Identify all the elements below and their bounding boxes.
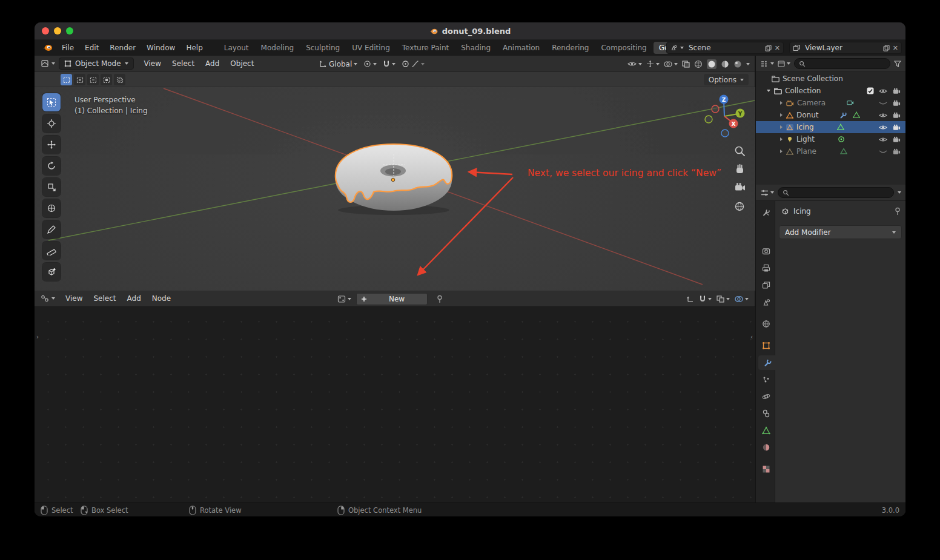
proportional-editing-icon[interactable] bbox=[402, 60, 425, 68]
output-tab[interactable] bbox=[758, 261, 774, 275]
outliner-row-plane[interactable]: Plane bbox=[756, 145, 905, 157]
object-data-tab[interactable] bbox=[758, 423, 774, 438]
unlink-scene-icon[interactable]: ✕ bbox=[775, 45, 780, 51]
select-box-tool[interactable] bbox=[42, 93, 61, 111]
parent-snap-icon[interactable] bbox=[686, 295, 694, 303]
new-view-layer-icon[interactable] bbox=[883, 45, 890, 51]
navigation-gizmo[interactable]: Z Y X bbox=[705, 95, 745, 137]
view-layer-name[interactable]: ViewLayer bbox=[803, 44, 880, 52]
collection-disclosure-icon[interactable] bbox=[767, 90, 770, 92]
icing-mesh-data-icon[interactable] bbox=[837, 124, 844, 130]
show-object-types-dropdown[interactable] bbox=[627, 61, 642, 67]
pan-hand-gizmo[interactable] bbox=[736, 165, 743, 173]
light-label[interactable]: Light bbox=[796, 135, 815, 143]
move-tool[interactable] bbox=[42, 136, 61, 154]
node-tree-browse-button[interactable] bbox=[337, 295, 351, 303]
add-cube-tool[interactable] bbox=[42, 263, 61, 281]
constraints-tab[interactable] bbox=[758, 406, 774, 421]
workspace-tab-compositing[interactable]: Compositing bbox=[595, 42, 652, 54]
scene-selector[interactable]: Scene ✕ bbox=[666, 42, 784, 54]
node-snapping-magnet-icon[interactable] bbox=[699, 295, 712, 303]
collection-render-camera-icon[interactable] bbox=[893, 88, 901, 94]
workspace-tab-uv-editing[interactable]: UV Editing bbox=[346, 42, 396, 54]
plane-render-camera-icon[interactable] bbox=[893, 148, 901, 155]
pivot-point-dropdown[interactable] bbox=[363, 60, 377, 68]
cursor-tool[interactable] bbox=[42, 114, 61, 133]
view-layer-tab[interactable] bbox=[758, 278, 774, 292]
donut-hide-eye-icon[interactable] bbox=[879, 112, 887, 119]
outliner-search-input[interactable] bbox=[794, 58, 890, 69]
texture-tab[interactable] bbox=[758, 462, 774, 476]
scene-name[interactable]: Scene bbox=[687, 44, 762, 52]
blender-logo-icon[interactable] bbox=[42, 44, 53, 52]
scene-tab[interactable] bbox=[758, 295, 774, 309]
annotate-tool[interactable] bbox=[42, 220, 61, 239]
mode-dropdown[interactable]: Object Mode bbox=[59, 58, 134, 70]
modifier-tab[interactable] bbox=[758, 355, 776, 370]
collection-checkbox[interactable] bbox=[867, 87, 874, 94]
remove-view-layer-icon[interactable]: ✕ bbox=[893, 45, 898, 51]
plane-disclosure-icon[interactable] bbox=[780, 150, 783, 153]
scene-browse-caret[interactable] bbox=[680, 47, 684, 49]
icing-render-camera-icon[interactable] bbox=[893, 124, 901, 131]
scale-tool[interactable] bbox=[42, 178, 61, 196]
donut-object[interactable] bbox=[336, 144, 452, 215]
donut-mesh-data-icon[interactable] bbox=[853, 111, 860, 118]
workspace-tab-rendering[interactable]: Rendering bbox=[546, 42, 594, 54]
outliner-row-camera[interactable]: Camera bbox=[756, 97, 905, 109]
perspective-toggle-gizmo[interactable] bbox=[736, 203, 744, 211]
workspace-tab-modeling[interactable]: Modeling bbox=[256, 42, 300, 54]
outliner-editor-type-button[interactable] bbox=[761, 61, 774, 67]
sidebar-expand-arrow-left[interactable]: › bbox=[36, 334, 39, 340]
select-mode-extend-button[interactable] bbox=[74, 74, 85, 85]
outliner-row-donut[interactable]: Donut bbox=[756, 109, 905, 121]
world-tab[interactable] bbox=[758, 317, 774, 331]
workspace-tab-animation[interactable]: Animation bbox=[497, 42, 545, 54]
render-tab[interactable] bbox=[758, 244, 774, 259]
select-mode-intersect-button[interactable] bbox=[114, 74, 125, 85]
particles-tab[interactable] bbox=[758, 372, 774, 387]
camera-data-icon[interactable] bbox=[847, 99, 854, 105]
collection-label[interactable]: Collection bbox=[785, 87, 821, 95]
node-menu-select[interactable]: Select bbox=[88, 294, 121, 303]
plane-mesh-data-icon[interactable] bbox=[840, 148, 847, 154]
menu-window[interactable]: Window bbox=[141, 44, 180, 52]
shading-material-button[interactable] bbox=[721, 60, 729, 68]
node-overlap-icon[interactable] bbox=[717, 295, 730, 303]
light-render-camera-icon[interactable] bbox=[893, 136, 901, 143]
select-mode-invert-button[interactable] bbox=[101, 74, 112, 85]
node-overlays-toggle[interactable] bbox=[735, 295, 749, 303]
new-node-tree-button[interactable]: New bbox=[356, 293, 428, 305]
properties-search-input[interactable] bbox=[778, 187, 894, 198]
light-data-icon[interactable] bbox=[838, 136, 845, 143]
physics-tab[interactable] bbox=[758, 389, 774, 404]
camera-disclosure-icon[interactable] bbox=[780, 101, 783, 105]
viewport-menu-object[interactable]: Object bbox=[225, 59, 259, 68]
object-tab[interactable] bbox=[758, 338, 774, 353]
properties-editor-type-button[interactable] bbox=[761, 189, 774, 196]
breadcrumb-object-name[interactable]: Icing bbox=[793, 207, 811, 216]
new-scene-icon[interactable] bbox=[765, 45, 772, 51]
donut-render-camera-icon[interactable] bbox=[893, 112, 901, 119]
plane-label[interactable]: Plane bbox=[796, 147, 816, 156]
node-editor-type-button[interactable] bbox=[41, 294, 55, 303]
properties-pin-icon[interactable] bbox=[894, 207, 901, 216]
gizmo-minus-y[interactable] bbox=[705, 116, 712, 123]
gizmos-dropdown[interactable] bbox=[646, 60, 660, 68]
node-menu-node[interactable]: Node bbox=[147, 294, 176, 303]
select-mode-subtract-button[interactable] bbox=[87, 74, 99, 85]
camera-label[interactable]: Camera bbox=[797, 99, 826, 107]
shading-solid-button[interactable] bbox=[707, 59, 717, 69]
gizmo-minus-z[interactable] bbox=[721, 130, 729, 137]
sidebar-expand-arrow-right[interactable]: ‹ bbox=[750, 334, 753, 340]
viewport-menu-view[interactable]: View bbox=[139, 59, 167, 68]
camera-render-camera-icon[interactable] bbox=[893, 100, 901, 107]
workspace-tab-texture-paint[interactable]: Texture Paint bbox=[397, 42, 454, 54]
workspace-tab-layout[interactable]: Layout bbox=[219, 42, 254, 54]
plane-hide-eye-closed-icon[interactable] bbox=[879, 148, 887, 155]
overlays-dropdown[interactable] bbox=[664, 61, 678, 68]
workspace-tab-sculpting[interactable]: Sculpting bbox=[300, 42, 345, 54]
collection-hide-eye-icon[interactable] bbox=[879, 88, 887, 94]
snapping-magnet-icon[interactable] bbox=[383, 60, 396, 68]
filter-funnel-icon[interactable] bbox=[894, 61, 901, 67]
